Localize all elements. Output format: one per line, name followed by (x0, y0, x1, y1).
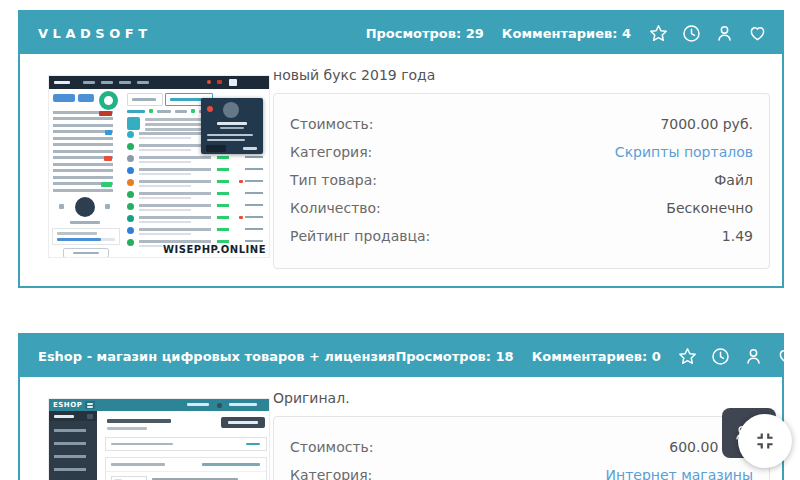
product-thumbnail[interactable]: ESHOP (48, 398, 270, 480)
card-action-icons (677, 345, 798, 367)
category-link[interactable]: Интернет магазины (606, 461, 753, 480)
detail-value: Файл (714, 166, 753, 194)
product-details-panel: Стоимость: 600.00 руб. Категория: Интерн… (273, 416, 770, 480)
thumb-list-icons (127, 131, 134, 246)
card-header: V L A D S O F T Просмотров: 29 Комментар… (20, 12, 782, 54)
star-icon[interactable] (677, 345, 699, 367)
thumb-button (78, 94, 94, 102)
detail-row: Тип товара: Файл (290, 166, 753, 194)
user-icon[interactable] (713, 22, 735, 44)
detail-value: 1.49 (722, 222, 753, 250)
detail-row: Количество: Бесконечно (290, 194, 753, 222)
detail-label: Категория: (290, 461, 372, 480)
views-count: Просмотров: 18 (395, 349, 513, 364)
thumb-sidebar (49, 411, 97, 480)
product-card-vladsoft: V L A D S O F T Просмотров: 29 Комментар… (18, 10, 784, 288)
thumb-watermark: WISEPHP.ONLINE (163, 244, 266, 255)
product-title: новый букс 2019 года (273, 67, 435, 83)
thumb-listing-panel (105, 457, 267, 480)
thumb-site-logo: ESHOP (53, 401, 82, 409)
card-body: WISEPHP.ONLINE новый букс 2019 года Стои… (20, 54, 782, 286)
thumb-info-icon (127, 117, 140, 130)
category-link[interactable]: Скрипты порталов (615, 138, 753, 166)
thumb-progress-box (52, 228, 120, 245)
thumb-outline-button (63, 248, 109, 258)
detail-row: Рейтинг продавца: 1.49 (290, 222, 753, 250)
product-details-panel: Стоимость: 7000.00 руб. Категория: Скрип… (273, 93, 770, 269)
fullscreen-exit-icon (752, 428, 778, 454)
detail-value: Бесконечно (666, 194, 753, 222)
collapse-widget-button[interactable] (738, 414, 792, 468)
user-icon[interactable] (743, 345, 765, 367)
detail-row: Стоимость: 7000.00 руб. (290, 110, 753, 138)
history-icon[interactable] (680, 22, 702, 44)
favorite-icon[interactable] (746, 22, 768, 44)
thumb-popup-avatar (223, 102, 239, 118)
thumb-add-button (221, 417, 265, 428)
favorite-icon[interactable] (776, 345, 798, 367)
detail-label: Категория: (290, 138, 372, 166)
thumb-user-popup (201, 98, 263, 154)
views-count: Просмотров: 29 (366, 26, 484, 41)
detail-label: Тип товара: (290, 166, 377, 194)
product-title: Оригинал. (273, 390, 350, 406)
detail-label: Рейтинг продавца: (290, 222, 430, 250)
card-header: Eshop - магазин цифровых товаров + лицен… (20, 335, 782, 377)
product-link-title[interactable]: Eshop - магазин цифровых товаров + лицен… (38, 349, 395, 364)
thumb-avatar (75, 197, 95, 217)
product-link-title[interactable]: V L A D S O F T (38, 26, 147, 41)
star-icon[interactable] (647, 22, 669, 44)
card-stats: Просмотров: 18 Комментариев: 0 (395, 349, 660, 364)
product-card-eshop: Eshop - магазин цифровых товаров + лицен… (18, 333, 784, 480)
detail-row: Категория: Скрипты порталов (290, 138, 753, 166)
product-thumbnail[interactable]: WISEPHP.ONLINE (48, 75, 270, 258)
detail-label: Стоимость: (290, 433, 374, 461)
history-icon[interactable] (710, 345, 732, 367)
listings-page: V L A D S O F T Просмотров: 29 Комментар… (0, 0, 800, 480)
thumb-site-topbar (49, 76, 269, 89)
thumb-donut-chart (99, 91, 118, 110)
card-body: ESHOP (20, 377, 782, 480)
detail-row: Категория: Интернет магазины (290, 461, 753, 480)
card-action-icons (647, 22, 768, 44)
thumb-search-bar (105, 437, 267, 451)
detail-value: 7000.00 руб. (660, 110, 753, 138)
thumb-site-topbar: ESHOP (49, 399, 269, 411)
card-stats: Просмотров: 29 Комментариев: 4 (366, 26, 631, 41)
detail-label: Количество: (290, 194, 381, 222)
detail-row: Стоимость: 600.00 руб. (290, 433, 753, 461)
thumb-sidebar-menu (54, 429, 86, 480)
comments-count: Комментариев: 4 (502, 26, 631, 41)
comments-count: Комментариев: 0 (532, 349, 661, 364)
detail-label: Стоимость: (290, 110, 374, 138)
thumb-button (53, 94, 75, 102)
